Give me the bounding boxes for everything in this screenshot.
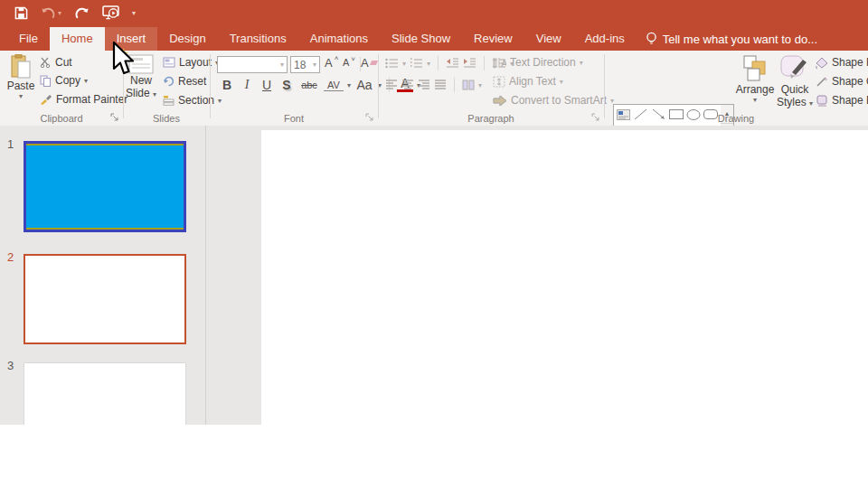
slide-1-thumbnail[interactable] — [24, 141, 186, 232]
tab-home[interactable]: Home — [50, 27, 105, 51]
quick-styles-label-1: Quick — [776, 83, 814, 96]
quick-access-toolbar: ▾ ▾ — [0, 0, 868, 20]
strikethrough-button[interactable]: abc — [298, 80, 320, 90]
font-name-dropdown-icon[interactable]: ▾ — [280, 61, 284, 69]
layout-label: Layout — [179, 56, 212, 69]
shape-outline-button[interactable]: Shape O — [816, 75, 868, 88]
align-left-icon[interactable] — [385, 80, 398, 90]
slide-2-thumbnail[interactable] — [24, 254, 186, 344]
character-spacing-button[interactable]: AV — [324, 80, 344, 91]
tab-animations[interactable]: Animations — [298, 27, 380, 51]
arrange-button[interactable]: Arrange ▾ — [734, 54, 776, 104]
copy-dropdown-icon[interactable]: ▾ — [84, 77, 88, 85]
numbering-icon[interactable] — [410, 58, 423, 69]
copy-icon — [40, 75, 52, 87]
undo-dropdown-icon[interactable]: ▾ — [58, 9, 61, 17]
panel-divider[interactable] — [205, 126, 206, 425]
arrange-label: Arrange — [734, 83, 776, 96]
format-painter-brush-icon — [40, 94, 52, 105]
align-text-dropdown-icon[interactable]: ▾ — [560, 78, 563, 86]
align-text-button[interactable]: Align Text ▾ — [493, 75, 563, 88]
section-dropdown-icon[interactable]: ▾ — [218, 97, 222, 105]
tab-file[interactable]: File — [7, 27, 50, 51]
reset-button[interactable]: Reset — [163, 75, 206, 88]
columns-icon[interactable] — [462, 80, 475, 90]
tab-view[interactable]: View — [524, 27, 573, 51]
shape-fill-button[interactable]: Shape Fi — [816, 56, 868, 69]
paragraph-dialog-launcher-icon[interactable] — [591, 113, 600, 122]
slide-2-number: 2 — [7, 250, 14, 264]
font-dialog-launcher-icon[interactable] — [365, 113, 374, 122]
align-center-icon[interactable] — [401, 80, 414, 90]
grow-font-label: A — [325, 56, 333, 70]
columns-dropdown-icon[interactable]: ▾ — [478, 81, 482, 89]
text-shadow-button[interactable]: S — [278, 78, 295, 92]
bold-button[interactable]: B — [219, 78, 235, 92]
paste-button[interactable]: Paste ▾ — [5, 54, 36, 100]
shrink-font-label: A — [343, 57, 349, 68]
copy-label: Copy — [55, 74, 80, 87]
tab-transitions[interactable]: Transitions — [218, 27, 298, 51]
bullets-dropdown-icon[interactable]: ▾ — [402, 60, 406, 68]
shape-outline-label: Shape O — [832, 75, 868, 88]
titlebar: ▾ ▾ — [0, 0, 868, 27]
paste-label: Paste — [5, 80, 36, 92]
redo-icon[interactable] — [74, 6, 90, 19]
undo-icon[interactable]: ▾ — [41, 6, 61, 19]
format-painter-button[interactable]: Format Painter — [40, 93, 127, 106]
paste-dropdown-icon[interactable]: ▾ — [5, 92, 36, 100]
start-from-beginning-icon[interactable] — [102, 5, 119, 20]
change-case-button[interactable]: Aa — [354, 78, 374, 92]
decrease-indent-icon[interactable] — [446, 58, 459, 69]
bullets-icon[interactable] — [385, 58, 399, 69]
tab-add-ins[interactable]: Add-ins — [573, 27, 637, 51]
arrange-dropdown-icon[interactable]: ▾ — [734, 96, 776, 104]
tell-me-box[interactable]: Tell me what you want to do... — [637, 27, 817, 51]
new-slide-label-2: Slide ▾ — [125, 87, 157, 99]
paste-clipboard-icon — [10, 54, 32, 80]
section-button[interactable]: Section ▾ — [163, 94, 222, 107]
shrink-font-button[interactable]: A˅ — [343, 57, 355, 68]
clear-formatting-button[interactable]: A — [361, 56, 377, 70]
text-direction-dropdown-icon[interactable]: ▾ — [580, 59, 583, 67]
font-name-combobox[interactable]: ▾ — [217, 56, 288, 73]
shape-effects-button[interactable]: Shape Ef — [816, 94, 868, 107]
customize-quick-access-toolbar-icon[interactable]: ▾ — [132, 9, 136, 17]
tab-design[interactable]: Design — [157, 27, 217, 51]
text-direction-button[interactable]: A Text Direction ▾ — [493, 56, 583, 69]
slide-3-number: 3 — [7, 359, 14, 372]
quick-styles-button[interactable]: Quick Styles ▾ — [776, 54, 814, 108]
convert-to-smartart-button[interactable]: Convert to SmartArt ▾ — [493, 94, 614, 107]
copy-button[interactable]: Copy ▾ — [40, 74, 88, 87]
font-size-combobox[interactable]: 18 ▾ — [290, 56, 320, 73]
mouse-cursor — [110, 41, 134, 77]
grow-font-button[interactable]: A˄ — [325, 56, 338, 70]
numbering-dropdown-icon[interactable]: ▾ — [427, 60, 430, 68]
slide-thumbnail-panel: 1 2 3 — [0, 126, 261, 425]
cut-button[interactable]: Cut — [40, 56, 72, 69]
save-icon[interactable] — [14, 6, 28, 20]
slides-group-label: Slides — [123, 113, 210, 124]
font-group-label: Font — [210, 113, 378, 124]
underline-button[interactable]: U — [259, 78, 275, 92]
italic-button[interactable]: I — [239, 78, 255, 92]
clear-formatting-label: A — [361, 56, 369, 70]
tell-me-label: Tell me what you want to do... — [663, 33, 817, 46]
font-size-dropdown-icon[interactable]: ▾ — [313, 61, 316, 69]
tab-slide-show[interactable]: Slide Show — [380, 27, 462, 51]
section-icon — [163, 95, 175, 106]
increase-indent-icon[interactable] — [463, 58, 476, 69]
slide-3-thumbnail[interactable] — [24, 362, 186, 425]
justify-icon[interactable] — [434, 80, 447, 90]
clipboard-dialog-launcher-icon[interactable] — [110, 113, 119, 122]
arrange-icon — [741, 54, 769, 83]
convert-to-smartart-label: Convert to SmartArt — [511, 94, 607, 107]
character-spacing-dropdown-icon[interactable]: ▾ — [347, 81, 351, 89]
tab-review[interactable]: Review — [462, 27, 524, 51]
align-right-icon[interactable] — [418, 80, 430, 90]
align-text-label: Align Text — [509, 75, 556, 88]
slide-editing-canvas[interactable] — [261, 130, 868, 488]
smartart-icon — [493, 95, 507, 107]
shape-fill-icon — [816, 57, 828, 69]
cut-label: Cut — [55, 56, 72, 69]
